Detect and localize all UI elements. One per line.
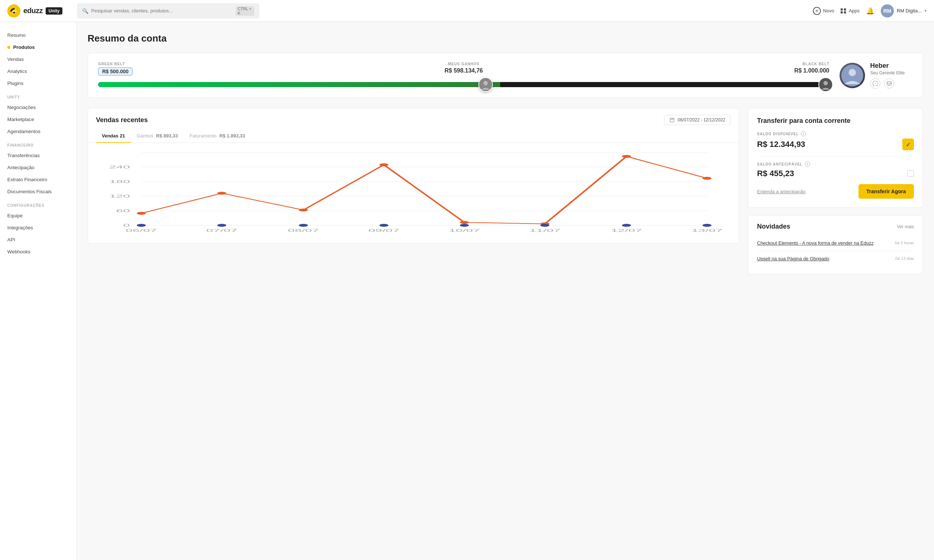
nav-actions: + Novo Apps 🔔 RM RM Digita... ▾ xyxy=(813,5,927,17)
svg-text:07/07: 07/07 xyxy=(206,228,237,232)
sidebar-item-analytics[interactable]: Analytics xyxy=(0,65,76,77)
news-item-1: Checkout Elements - A nova forma de vend… xyxy=(757,235,914,251)
transfer-footer: Entenda a antecipação Transferir Agora xyxy=(757,184,914,199)
date-range-button[interactable]: 06/07/2022 - 12/12/2022 xyxy=(664,115,731,125)
user-avatar: RM xyxy=(881,5,894,17)
sidebar-item-agendamentos-label: Agendamentos xyxy=(7,129,40,134)
novo-button[interactable]: + Novo xyxy=(813,7,834,15)
svg-point-35 xyxy=(702,224,711,227)
calendar-icon xyxy=(669,117,675,123)
email-icon[interactable] xyxy=(884,78,894,89)
sidebar-item-resumo[interactable]: Resumo xyxy=(0,29,76,41)
progress-track xyxy=(98,82,829,87)
sidebar-item-antecipacao[interactable]: Antecipação xyxy=(0,162,76,174)
tab-faturamento[interactable]: Faturamento R$ 1.893,33 xyxy=(184,130,251,143)
svg-point-21 xyxy=(217,192,226,195)
progress-fill xyxy=(98,82,500,87)
saldo-check-button[interactable]: ✓ xyxy=(902,138,914,150)
saldo-antecipavel-value: R$ 455,23 xyxy=(757,169,794,178)
sidebar-item-webhooks[interactable]: Webhooks xyxy=(0,246,76,258)
config-section-label: CONFIGURAÇÕES xyxy=(0,198,76,210)
svg-rect-8 xyxy=(670,118,674,122)
sidebar-item-plugins[interactable]: Plugins xyxy=(0,77,76,89)
saldo-disponivel-info-icon[interactable]: i xyxy=(801,131,806,136)
sidebar-item-negociacoes-label: Negociações xyxy=(7,105,36,110)
sidebar-item-transferencias[interactable]: Transferências xyxy=(0,149,76,162)
svg-text:60: 60 xyxy=(116,209,130,213)
sidebar-item-produtos[interactable]: Produtos xyxy=(0,41,76,53)
svg-text:13/07: 13/07 xyxy=(691,228,722,232)
svg-point-33 xyxy=(540,224,549,227)
saldo-antecipavel-label: SALDO ANTECIPÁVEL i xyxy=(757,162,914,167)
whatsapp-icon[interactable] xyxy=(870,78,880,89)
learn-antecipacao-link[interactable]: Entenda a antecipação xyxy=(757,189,806,194)
svg-point-27 xyxy=(702,177,711,180)
apps-button[interactable]: Apps xyxy=(841,8,860,14)
sidebar-item-plugins-label: Plugins xyxy=(7,81,23,86)
sidebar-item-api[interactable]: API xyxy=(0,234,76,246)
notification-button[interactable]: 🔔 xyxy=(866,7,874,15)
logo-area: eduzz Unity xyxy=(7,5,62,17)
sidebar-item-extrato[interactable]: Extrato Financeiro xyxy=(0,174,76,186)
sidebar-item-vendas[interactable]: Vendas xyxy=(0,53,76,65)
svg-point-6 xyxy=(849,69,856,76)
transfer-card: Transferir para conta corrente SALDO DIS… xyxy=(748,108,923,208)
sidebar-item-equipe[interactable]: Equipe xyxy=(0,210,76,222)
meus-ganhos-col: MEUS GANHOS R$ 598.134,76 xyxy=(342,62,586,74)
svg-text:09/07: 09/07 xyxy=(368,228,399,232)
manager-title: Seu Gerente Elite xyxy=(870,70,905,75)
tab-vendas[interactable]: Vendas 21 xyxy=(96,130,131,143)
vendas-header: Vendas recentes 06/07/2022 - 12/12/2022 xyxy=(88,108,739,125)
novidades-list: Checkout Elements - A nova forma de vend… xyxy=(757,235,914,266)
svg-text:240: 240 xyxy=(109,165,130,169)
sidebar-item-integracoes[interactable]: Integrações xyxy=(0,222,76,234)
sidebar-item-api-label: API xyxy=(7,237,15,242)
svg-point-30 xyxy=(299,224,308,227)
saldo-antecipavel-section: SALDO ANTECIPÁVEL i R$ 455,23 xyxy=(757,162,914,178)
sidebar-item-antecipacao-label: Antecipação xyxy=(7,165,34,170)
user-progress-avatar xyxy=(478,77,493,92)
search-bar[interactable]: 🔍 CTRL + K xyxy=(77,3,259,18)
novidades-title: Novidades xyxy=(757,223,790,231)
eduzz-logo-icon xyxy=(7,5,20,17)
svg-point-32 xyxy=(460,224,469,227)
financeiro-section-label: FINANCEIRO xyxy=(0,137,76,149)
active-dot-icon xyxy=(7,46,10,49)
transfer-now-button[interactable]: Transferir Agora xyxy=(858,184,914,199)
saldo-disponivel-value: R$ 12.344,93 xyxy=(757,140,805,149)
sidebar-item-documentos[interactable]: Documentos Fiscais xyxy=(0,186,76,198)
svg-text:11/07: 11/07 xyxy=(529,228,560,232)
tab-ganhos[interactable]: Ganhos R$ 893,33 xyxy=(131,130,184,143)
news-link-2[interactable]: Upsell na sua Página de Obrigado xyxy=(757,255,829,262)
antecipavel-checkbox[interactable] xyxy=(907,170,914,177)
news-link-1[interactable]: Checkout Elements - A nova forma de vend… xyxy=(757,240,874,246)
sidebar-item-negociacoes[interactable]: Negociações xyxy=(0,102,76,113)
svg-point-31 xyxy=(379,224,388,227)
main-content: Resumo da conta GREEN BELT R$ 500.000 ME… xyxy=(77,22,934,560)
svg-point-4 xyxy=(823,81,828,85)
novo-icon: + xyxy=(813,7,821,15)
belt-end-avatar xyxy=(818,77,833,92)
svg-text:10/07: 10/07 xyxy=(449,228,480,232)
user-menu[interactable]: RM RM Digita... ▾ xyxy=(881,5,927,17)
svg-text:0: 0 xyxy=(123,223,130,228)
sidebar-item-integracoes-label: Integrações xyxy=(7,225,33,231)
sidebar-item-marketplace[interactable]: Marketplace xyxy=(0,113,76,125)
sidebar-item-webhooks-label: Webhooks xyxy=(7,249,31,254)
svg-point-28 xyxy=(137,224,146,227)
green-belt-label: GREEN BELT xyxy=(98,62,342,66)
tab-vendas-count: 21 xyxy=(120,133,125,138)
svg-point-26 xyxy=(622,155,631,158)
saldo-disponivel-row: R$ 12.344,93 ✓ xyxy=(757,138,914,150)
page-title: Resumo da conta xyxy=(88,33,923,44)
manager-name: Heber xyxy=(870,62,905,70)
sales-chart: 0 60 120 180 240 xyxy=(96,149,731,236)
ver-mais-link[interactable]: Ver mais xyxy=(897,224,914,229)
chevron-down-icon: ▾ xyxy=(925,8,927,13)
sidebar-item-agendamentos[interactable]: Agendamentos xyxy=(0,125,76,137)
saldo-antecipavel-info-icon[interactable]: i xyxy=(805,162,810,167)
novidades-header: Novidades Ver mais xyxy=(757,223,914,231)
sidebar-item-extrato-label: Extrato Financeiro xyxy=(7,177,48,182)
search-input[interactable] xyxy=(91,8,233,14)
sidebar-item-transferencias-label: Transferências xyxy=(7,153,40,158)
